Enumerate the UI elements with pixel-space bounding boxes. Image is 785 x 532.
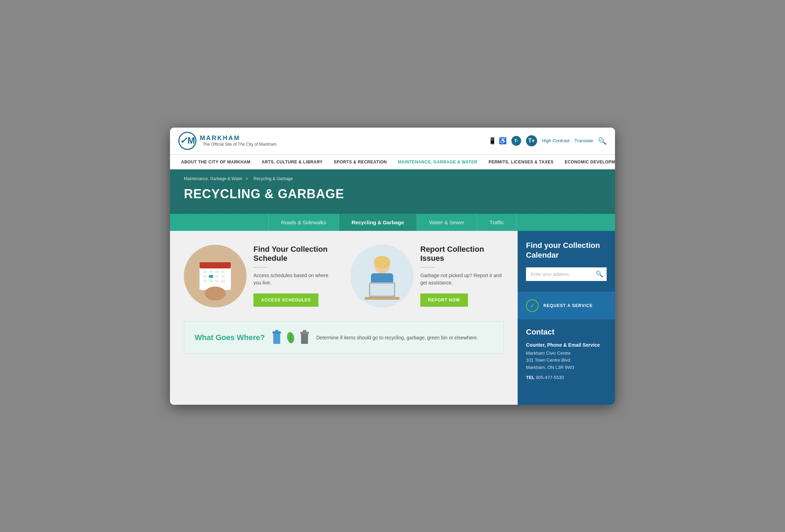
address-search-button[interactable]: 🔍 <box>596 270 603 278</box>
report-issues-card: Report Collection Issues Garbage not pic… <box>351 245 504 307</box>
contact-tel-number: 905-477-5530 <box>536 375 564 380</box>
nav-item-sports[interactable]: SPORTS & RECREATION <box>328 155 392 169</box>
report-card-title: Report Collection Issues <box>420 245 504 263</box>
high-contrast-button[interactable]: High Contrast <box>542 138 569 143</box>
contact-title: Contact <box>526 328 607 337</box>
schedule-card-title: Find Your Collection Schedule <box>253 245 337 263</box>
contact-address: Markham Civic Centre 101 Town Centre Blv… <box>526 350 607 371</box>
accessibility-icons: 📱 ♿ <box>488 137 507 145</box>
report-card-text: Report Collection Issues Garbage not pic… <box>420 245 504 307</box>
breadcrumb-parent[interactable]: Maintenance, Garbage & Water <box>184 176 242 181</box>
wgw-description: Determine if items should go to recyclin… <box>316 335 478 340</box>
contact-tel-label: TEL <box>526 375 535 380</box>
content-wrapper: Find Your Collection Schedule Access sch… <box>170 231 615 405</box>
nav-item-maintenance[interactable]: MAINTENANCE, GARBAGE & WATER <box>392 155 483 169</box>
svg-rect-12 <box>209 280 213 282</box>
blue-bin-icon <box>272 330 282 345</box>
svg-rect-29 <box>300 332 309 334</box>
svg-rect-13 <box>215 280 219 282</box>
report-card-divider <box>420 267 434 268</box>
cards-row: Find Your Collection Schedule Access sch… <box>184 245 504 307</box>
svg-rect-3 <box>203 271 207 273</box>
wgw-icons <box>272 330 309 345</box>
search-icon[interactable]: 🔍 <box>598 137 607 145</box>
text-decrease-button[interactable]: T- <box>511 136 521 146</box>
access-schedules-button[interactable]: ACCESS SCHEDULES <box>253 293 318 307</box>
main-nav: ABOUT THE CITY OF MARKHAM ARTS, CULTURE … <box>170 154 615 169</box>
contact-address-line2: 101 Town Centre Blvd. <box>526 357 607 364</box>
search-icon: 🔍 <box>596 271 603 277</box>
breadcrumb-separator: > <box>246 176 248 181</box>
logo-tagline: The Official Site of The City of Markham <box>203 142 276 147</box>
sidebar-contact-section: Contact Counter, Phone & Email Service M… <box>518 319 615 388</box>
nav-item-arts[interactable]: ARTS, CULTURE & LIBRARY <box>256 155 329 169</box>
sidebar-calendar-title: Find your Collection Calendar <box>526 241 607 260</box>
contact-service-name: Counter, Phone & Email Service <box>526 342 607 348</box>
request-service-label: REQUEST A SERVICE <box>543 303 593 308</box>
translate-button[interactable]: Translate <box>574 138 593 143</box>
accessibility-icon: ♿ <box>499 137 507 145</box>
sidebar: Find your Collection Calendar 🔍 ✓ REQUES… <box>518 231 615 405</box>
text-increase-button[interactable]: T+ <box>526 135 537 146</box>
address-input-wrap: 🔍 <box>526 267 607 281</box>
what-goes-where-banner: What Goes Where? <box>184 321 504 354</box>
wgw-title: What Goes Where? <box>195 333 265 342</box>
svg-rect-2 <box>200 262 231 268</box>
svg-rect-6 <box>221 271 225 273</box>
breadcrumb-current: Recycling & Garbage <box>253 176 293 181</box>
svg-rect-7 <box>203 275 207 278</box>
logo-icon: ✓M <box>178 132 196 150</box>
subnav-roads[interactable]: Roads & Sidewalks <box>268 214 339 231</box>
svg-rect-23 <box>273 333 280 344</box>
svg-rect-28 <box>301 333 308 344</box>
nav-item-permits[interactable]: PERMITS, LICENSES & TAXES <box>483 155 559 169</box>
hero-section: Maintenance, Garbage & Water > Recycling… <box>170 169 615 214</box>
subnav-traffic[interactable]: Traffic <box>477 214 517 231</box>
svg-rect-21 <box>370 284 394 296</box>
green-leaf-icon <box>286 330 296 345</box>
svg-rect-9 <box>215 275 219 278</box>
schedule-card-divider <box>253 267 267 268</box>
address-input[interactable] <box>526 267 607 281</box>
sub-nav: Roads & Sidewalks Recycling & Garbage Wa… <box>170 214 615 231</box>
nav-item-about[interactable]: ABOUT THE CITY OF MARKHAM <box>176 155 256 169</box>
contact-address-line3: Markham, ON L3R 9W3 <box>526 364 607 371</box>
contact-telephone: TEL 905-477-5530 <box>526 375 607 380</box>
svg-point-15 <box>205 287 226 300</box>
svg-rect-10 <box>221 275 225 278</box>
svg-rect-22 <box>365 297 399 300</box>
mobile-icon: 📱 <box>488 137 496 145</box>
schedule-card-text: Find Your Collection Schedule Access sch… <box>253 245 337 307</box>
main-content: Find Your Collection Schedule Access sch… <box>170 231 518 405</box>
svg-rect-4 <box>209 271 213 273</box>
subnav-water[interactable]: Water & Sewer <box>417 214 477 231</box>
subnav-recycling[interactable]: Recycling & Garbage <box>339 214 417 231</box>
svg-rect-14 <box>221 280 225 282</box>
report-card-description: Garbage not picked up? Report it and get… <box>420 272 504 287</box>
report-now-button[interactable]: REPORT NOW <box>420 293 468 307</box>
request-service-section[interactable]: ✓ REQUEST A SERVICE <box>518 292 615 319</box>
svg-rect-11 <box>203 280 207 282</box>
report-card-image <box>351 245 413 307</box>
collection-schedule-card: Find Your Collection Schedule Access sch… <box>184 245 337 307</box>
schedule-card-description: Access schedules based on where you live… <box>253 272 337 287</box>
grey-bin-icon <box>300 330 309 345</box>
svg-rect-30 <box>303 330 306 332</box>
logo-area: ✓M MARKHAM The Official Site of The City… <box>178 132 276 150</box>
svg-rect-25 <box>275 330 278 332</box>
header-tools: 📱 ♿ T- T+ High Contrast Translate 🔍 <box>488 135 607 146</box>
svg-point-18 <box>374 256 390 268</box>
svg-rect-5 <box>215 271 219 273</box>
schedule-card-image <box>184 245 246 307</box>
nav-item-economic[interactable]: ECONOMIC DEVELOPMENT & BUSINESS <box>559 155 615 169</box>
site-header: ✓M MARKHAM The Official Site of The City… <box>170 128 615 154</box>
sidebar-calendar-section: Find your Collection Calendar 🔍 <box>518 231 615 292</box>
logo-name: MARKHAM <box>200 135 276 142</box>
page-title: RECYCLING & GARBAGE <box>184 187 601 201</box>
contact-address-line1: Markham Civic Centre <box>526 350 607 357</box>
service-icon: ✓ <box>526 299 539 312</box>
breadcrumb: Maintenance, Garbage & Water > Recycling… <box>184 176 601 181</box>
svg-rect-8 <box>209 275 213 278</box>
